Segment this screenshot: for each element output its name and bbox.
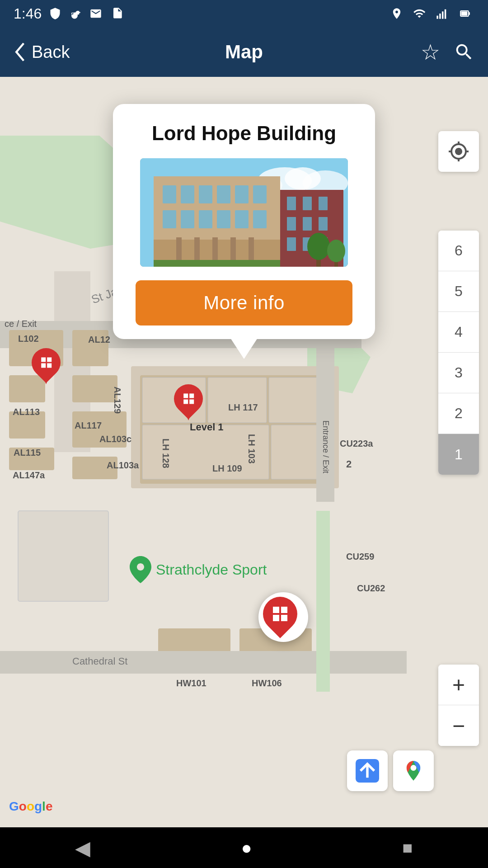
svg-point-76 [307, 233, 330, 260]
svg-rect-55 [217, 210, 230, 228]
floor-2-button[interactable]: 2 [438, 393, 479, 434]
home-nav-button[interactable]: ● [241, 838, 252, 858]
mail-icon [89, 7, 103, 20]
recents-nav-button[interactable]: ■ [403, 838, 413, 858]
svg-rect-49 [217, 185, 230, 203]
search-icon[interactable] [454, 42, 474, 62]
svg-point-78 [327, 240, 345, 262]
svg-rect-30 [18, 511, 108, 601]
status-icons [390, 6, 474, 21]
svg-rect-67 [303, 197, 312, 210]
page-title: Map [225, 41, 263, 63]
zoom-in-button[interactable]: + [438, 665, 479, 705]
strathclyde-sport-label: Strathclyde Sport [156, 561, 267, 578]
svg-rect-5 [469, 12, 470, 15]
key-icon [69, 7, 81, 20]
svg-rect-70 [303, 217, 312, 231]
more-info-button[interactable]: More info [136, 280, 352, 326]
svg-rect-25 [208, 377, 267, 423]
popup-tail [230, 338, 258, 359]
svg-rect-66 [287, 197, 296, 210]
popup-title: Lord Hope Building [152, 122, 336, 145]
floor-6-button[interactable]: 6 [438, 231, 479, 271]
wifi-icon [411, 7, 427, 20]
building-marker-2[interactable] [174, 384, 205, 420]
popup-building-image [140, 158, 348, 267]
svg-rect-56 [235, 210, 249, 228]
map-view[interactable]: St James ce / Exit L102 AL12 AL129 AL113… [0, 77, 488, 827]
svg-rect-20 [72, 411, 127, 448]
svg-rect-53 [181, 210, 194, 228]
signal-icon [436, 7, 448, 20]
status-time: 1:46 [14, 5, 123, 22]
svg-rect-3 [445, 9, 446, 19]
building-marker-large[interactable] [258, 592, 308, 642]
svg-rect-54 [199, 210, 212, 228]
svg-rect-17 [9, 448, 54, 470]
svg-rect-0 [436, 16, 438, 19]
clipboard-icon [110, 7, 123, 20]
svg-rect-47 [181, 185, 194, 203]
status-bar: 1:46 [0, 0, 488, 27]
svg-rect-48 [199, 185, 212, 203]
svg-rect-46 [163, 185, 176, 203]
strathclyde-sport-marker[interactable]: Strathclyde Sport [129, 556, 267, 583]
shield-icon [49, 7, 61, 20]
svg-rect-50 [235, 185, 249, 203]
navigate-button[interactable] [347, 750, 388, 791]
svg-rect-19 [72, 375, 117, 402]
svg-rect-68 [319, 197, 328, 210]
svg-rect-6 [461, 12, 468, 16]
location-popup: Lord Hope Building [113, 104, 375, 339]
svg-rect-35 [316, 511, 330, 692]
svg-rect-27 [142, 425, 269, 479]
floor-1-button[interactable]: 1 [438, 434, 479, 475]
svg-rect-64 [154, 260, 280, 267]
nav-actions: ☆ [421, 39, 474, 65]
floor-selector: 6 5 4 3 2 1 [438, 231, 479, 475]
svg-rect-21 [72, 457, 117, 479]
svg-rect-2 [442, 11, 444, 19]
time-display: 1:46 [14, 5, 42, 22]
nav-bar: Back Map ☆ [0, 27, 488, 77]
building-marker-1[interactable] [32, 348, 62, 384]
svg-rect-1 [439, 14, 441, 19]
floor-4-button[interactable]: 4 [438, 312, 479, 353]
floor-5-button[interactable]: 5 [438, 271, 479, 312]
battery-icon [456, 8, 474, 19]
svg-rect-72 [287, 237, 296, 251]
my-location-button[interactable] [438, 131, 479, 172]
google-maps-button[interactable] [393, 750, 434, 791]
back-button[interactable]: Back [14, 42, 70, 62]
svg-rect-52 [163, 210, 176, 228]
zoom-controls: + − [438, 665, 479, 746]
google-logo: Google [9, 799, 52, 814]
back-label: Back [32, 42, 70, 62]
svg-rect-57 [253, 210, 267, 228]
favorite-button[interactable]: ☆ [421, 39, 440, 65]
back-nav-button[interactable]: ◀ [75, 836, 90, 859]
zoom-out-button[interactable]: − [438, 705, 479, 746]
svg-point-38 [411, 765, 417, 771]
map-action-buttons [347, 750, 434, 791]
svg-rect-71 [319, 217, 328, 231]
floor-3-button[interactable]: 3 [438, 353, 479, 393]
svg-rect-34 [0, 651, 407, 674]
svg-rect-69 [287, 217, 296, 231]
svg-rect-29 [316, 321, 334, 502]
svg-rect-51 [253, 185, 267, 203]
bottom-nav-bar: ◀ ● ■ [0, 827, 488, 868]
svg-rect-18 [72, 330, 108, 366]
svg-rect-16 [9, 411, 45, 439]
location-status-icon [390, 6, 403, 21]
